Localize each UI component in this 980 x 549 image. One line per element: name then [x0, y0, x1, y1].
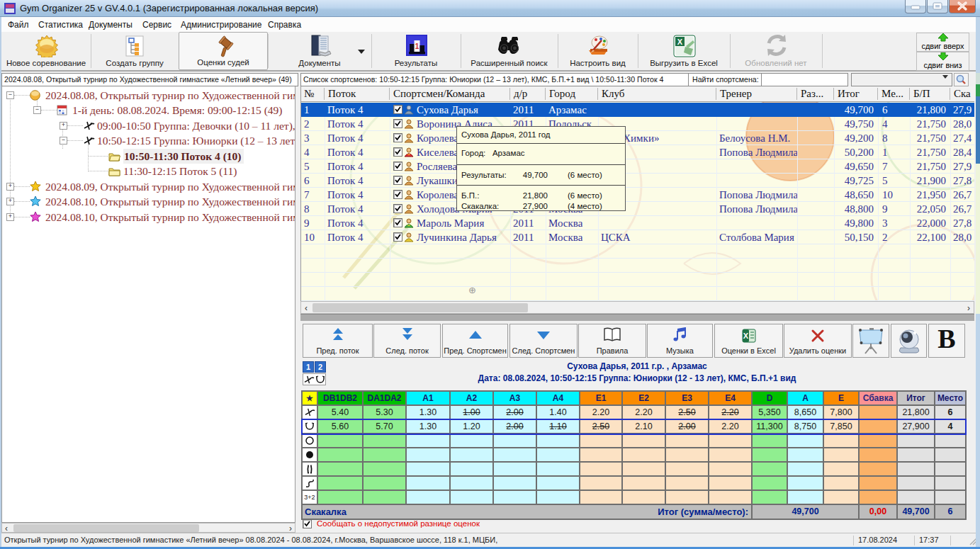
svg-text:X: X — [743, 332, 748, 340]
svg-text:1: 1 — [415, 43, 419, 50]
svg-text:X: X — [677, 38, 683, 46]
